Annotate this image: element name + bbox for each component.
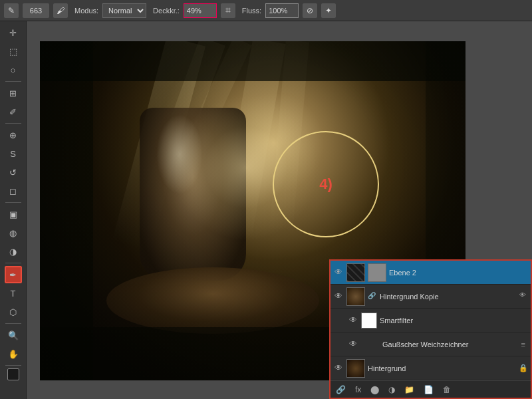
layer-row-hintergrund-kopie[interactable]: 👁 🔗 Hintergrund Kopie 👁 <box>331 285 531 309</box>
zoom-tool[interactable]: 🔍 <box>5 327 22 344</box>
layer-name-smartfilter: Smartfilter <box>380 317 528 325</box>
clone-tool[interactable]: S <box>5 145 22 162</box>
layer-mask-ebene2 <box>368 263 386 282</box>
layer-new-icon[interactable]: 📄 <box>421 384 436 396</box>
healing-tool[interactable]: ⊕ <box>5 126 22 144</box>
layer-name-gaussian: Gaußscher Weichzeichner <box>361 340 519 348</box>
layer-name-hintergrund-kopie: Hintergrund Kopie <box>380 293 515 301</box>
type-tool[interactable]: T <box>5 285 22 302</box>
path-tool[interactable]: ⬡ <box>5 303 22 321</box>
smoothing-icon[interactable]: ✦ <box>321 3 336 18</box>
layer-name-ebene2: Ebene 2 <box>389 269 528 277</box>
pen-tool[interactable]: ✒ <box>5 266 22 283</box>
annotation-4: 4) <box>319 176 332 193</box>
foreground-color[interactable] <box>7 368 19 380</box>
blur-tool[interactable]: ◍ <box>5 224 22 241</box>
move-tool[interactable]: ✛ <box>5 24 22 41</box>
layer-visibility-hintergrund-kopie[interactable]: 👁 <box>333 291 344 302</box>
layer-adjust-icon[interactable]: ◑ <box>386 384 398 396</box>
tablet-pressure-icon[interactable]: ⊘ <box>303 3 317 18</box>
opacity-label: Deckkr.: <box>153 7 180 15</box>
brush-tool-icon[interactable]: ✎ <box>4 3 19 18</box>
tool-preset-icon[interactable]: 🖌 <box>53 3 68 18</box>
history-brush[interactable]: ↺ <box>5 164 22 181</box>
layer-name-hintergrund: Hintergrund <box>368 364 516 372</box>
airbrush-icon[interactable]: ⌗ <box>221 3 235 18</box>
selection-tool[interactable]: ⬚ <box>5 43 22 60</box>
layer-row-ebene2[interactable]: 👁 Ebene 2 <box>331 261 531 285</box>
layer-link-bottom-icon[interactable]: 🔗 <box>333 384 348 396</box>
layer-row-gaussian[interactable]: 👁 Gaußscher Weichzeichner ≡ <box>331 332 531 356</box>
hand-tool[interactable]: ✋ <box>5 345 22 362</box>
main-area: ✛ ⬚ ○ ⊞ ✐ ⊕ S ↺ ◻ ▣ ◍ ◑ ✒ T ⬡ 🔍 ✋ 3) 2) <box>0 21 532 399</box>
layer-visibility-gaussian[interactable]: 👁 <box>348 339 358 350</box>
layer-group-icon[interactable]: 📁 <box>402 384 417 396</box>
layer-visibility-smartfilter[interactable]: 👁 <box>348 315 358 326</box>
layer-extra-icon[interactable]: 👁 <box>517 291 528 302</box>
top-toolbar: ✎ 663 🖌 Modus: Normal Deckkr.: ⌗ Fluss: … <box>0 0 532 21</box>
layer-link-icon: 🔗 <box>368 292 377 301</box>
canvas-area: 3) 2) <box>27 21 532 399</box>
eraser-tool[interactable]: ◻ <box>5 182 22 200</box>
layer-visibility-hintergrund[interactable]: 👁 <box>333 363 344 374</box>
layer-thumb-ebene2 <box>346 263 365 282</box>
layer-fx-icon[interactable]: fx <box>352 384 364 396</box>
layer-delete-icon[interactable]: 🗑 <box>440 384 454 396</box>
lasso-tool[interactable]: ○ <box>5 61 22 78</box>
left-sidebar: ✛ ⬚ ○ ⊞ ✐ ⊕ S ↺ ◻ ▣ ◍ ◑ ✒ T ⬡ 🔍 ✋ <box>0 21 27 399</box>
layer-options-icon[interactable]: ≡ <box>521 340 525 348</box>
layer-lock-icon: 🔒 <box>519 364 528 372</box>
layer-mask-icon[interactable]: ⬤ <box>368 384 382 396</box>
layer-thumb-smartfilter <box>361 313 377 329</box>
annotation-3: 3) <box>226 21 238 22</box>
gradient-tool[interactable]: ▣ <box>5 205 22 223</box>
flow-input[interactable] <box>265 3 299 18</box>
opacity-input[interactable] <box>184 3 217 18</box>
mode-select[interactable]: Normal <box>102 3 146 18</box>
layers-bottom-bar: 🔗 fx ⬤ ◑ 📁 📄 🗑 <box>331 380 531 398</box>
eyedropper-tool[interactable]: ✐ <box>5 103 22 120</box>
dodge-tool[interactable]: ◑ <box>5 243 22 260</box>
layer-row-hintergrund[interactable]: 👁 Hintergrund 🔒 <box>331 356 531 380</box>
flow-label: Fluss: <box>242 7 261 15</box>
layer-row-smartfilter[interactable]: 👁 Smartfilter <box>331 309 531 332</box>
layer-thumb-hintergrund-kopie <box>346 287 365 306</box>
layer-thumb-hintergrund <box>346 359 365 378</box>
layer-visibility-ebene2[interactable]: 👁 <box>333 267 344 278</box>
mode-label: Modus: <box>74 7 98 15</box>
crop-tool[interactable]: ⊞ <box>5 84 22 102</box>
brush-size-display[interactable]: 663 <box>23 3 49 18</box>
brush-circle-cursor: 4) <box>273 131 379 237</box>
layers-panel: 1) 👁 Ebene 2 👁 🔗 Hintergrund Kopie 👁 👁 <box>329 259 532 399</box>
